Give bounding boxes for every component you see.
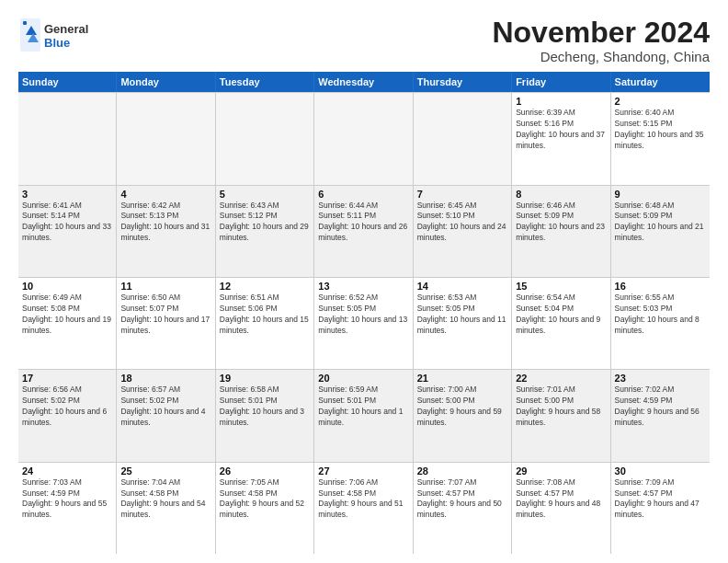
- svg-text:General: General: [44, 22, 88, 36]
- week-row-4: 17 Sunrise: 6:56 AM Sunset: 5:02 PM Dayl…: [18, 369, 710, 461]
- header-sunday: Sunday: [18, 72, 117, 92]
- svg-text:Blue: Blue: [44, 36, 70, 50]
- day-number: 2: [615, 96, 706, 107]
- day-info: Sunrise: 7:02 AM Sunset: 4:59 PM Dayligh…: [615, 385, 706, 429]
- day-number: 9: [615, 189, 706, 200]
- day-number: 7: [417, 189, 507, 200]
- day-cell-1: 1 Sunrise: 6:39 AM Sunset: 5:16 PM Dayli…: [512, 93, 610, 184]
- day-info: Sunrise: 7:08 AM Sunset: 4:57 PM Dayligh…: [516, 477, 606, 522]
- day-cell-15: 15 Sunrise: 6:54 AM Sunset: 5:04 PM Dayl…: [512, 278, 610, 369]
- week-row-3: 10 Sunrise: 6:49 AM Sunset: 5:08 PM Dayl…: [18, 277, 710, 369]
- day-number: 28: [417, 465, 507, 477]
- day-cell-empty: [216, 93, 314, 184]
- day-number: 4: [120, 189, 210, 200]
- day-number: 27: [318, 465, 408, 477]
- week-row-1: 1 Sunrise: 6:39 AM Sunset: 5:16 PM Dayli…: [18, 92, 710, 184]
- day-cell-empty: [414, 93, 512, 184]
- day-number: 26: [220, 465, 310, 477]
- day-number: 12: [220, 281, 310, 292]
- day-info: Sunrise: 6:44 AM Sunset: 5:11 PM Dayligh…: [318, 201, 408, 245]
- day-number: 25: [120, 465, 210, 477]
- day-number: 16: [615, 281, 706, 292]
- title-block: November 2024 Decheng, Shandong, China: [492, 17, 710, 64]
- day-info: Sunrise: 7:00 AM Sunset: 5:00 PM Dayligh…: [417, 385, 507, 429]
- calendar-header: Sunday Monday Tuesday Wednesday Thursday…: [18, 72, 710, 92]
- week-row-2: 3 Sunrise: 6:41 AM Sunset: 5:14 PM Dayli…: [18, 185, 710, 277]
- day-number: 15: [516, 281, 606, 292]
- day-cell-19: 19 Sunrise: 6:58 AM Sunset: 5:01 PM Dayl…: [216, 370, 314, 461]
- day-info: Sunrise: 6:43 AM Sunset: 5:12 PM Dayligh…: [220, 201, 310, 245]
- day-number: 30: [615, 465, 706, 477]
- header-monday: Monday: [117, 72, 215, 92]
- day-cell-22: 22 Sunrise: 7:01 AM Sunset: 5:00 PM Dayl…: [512, 370, 610, 461]
- header-saturday: Saturday: [611, 72, 710, 92]
- day-number: 22: [516, 373, 606, 384]
- day-info: Sunrise: 7:03 AM Sunset: 4:59 PM Dayligh…: [22, 477, 112, 522]
- day-cell-8: 8 Sunrise: 6:46 AM Sunset: 5:09 PM Dayli…: [512, 186, 610, 277]
- day-cell-21: 21 Sunrise: 7:00 AM Sunset: 5:00 PM Dayl…: [414, 370, 512, 461]
- day-number: 13: [318, 281, 408, 292]
- day-cell-18: 18 Sunrise: 6:57 AM Sunset: 5:02 PM Dayl…: [117, 370, 215, 461]
- day-info: Sunrise: 6:54 AM Sunset: 5:04 PM Dayligh…: [516, 293, 606, 337]
- day-info: Sunrise: 6:41 AM Sunset: 5:14 PM Dayligh…: [22, 201, 112, 245]
- month-title: November 2024: [492, 17, 710, 49]
- day-info: Sunrise: 6:52 AM Sunset: 5:05 PM Dayligh…: [318, 293, 408, 337]
- day-cell-27: 27 Sunrise: 7:06 AM Sunset: 4:58 PM Dayl…: [314, 463, 413, 554]
- day-info: Sunrise: 7:05 AM Sunset: 4:58 PM Dayligh…: [220, 477, 310, 522]
- day-cell-25: 25 Sunrise: 7:04 AM Sunset: 4:58 PM Dayl…: [117, 463, 215, 554]
- day-info: Sunrise: 6:58 AM Sunset: 5:01 PM Dayligh…: [220, 385, 310, 429]
- day-info: Sunrise: 6:49 AM Sunset: 5:08 PM Dayligh…: [22, 293, 112, 337]
- day-number: 8: [516, 189, 606, 200]
- day-number: 24: [22, 465, 112, 477]
- header-friday: Friday: [512, 72, 610, 92]
- day-number: 19: [220, 373, 310, 384]
- logo: General Blue: [18, 17, 101, 53]
- day-number: 23: [615, 373, 706, 384]
- day-info: Sunrise: 7:01 AM Sunset: 5:00 PM Dayligh…: [516, 385, 606, 429]
- svg-rect-5: [23, 21, 27, 25]
- day-cell-13: 13 Sunrise: 6:52 AM Sunset: 5:05 PM Dayl…: [314, 278, 413, 369]
- day-cell-empty: [314, 93, 413, 184]
- day-cell-14: 14 Sunrise: 6:53 AM Sunset: 5:05 PM Dayl…: [414, 278, 512, 369]
- day-info: Sunrise: 7:06 AM Sunset: 4:58 PM Dayligh…: [318, 477, 408, 522]
- day-cell-17: 17 Sunrise: 6:56 AM Sunset: 5:02 PM Dayl…: [18, 370, 117, 461]
- day-cell-29: 29 Sunrise: 7:08 AM Sunset: 4:57 PM Dayl…: [512, 463, 610, 554]
- day-number: 1: [516, 96, 606, 107]
- day-cell-11: 11 Sunrise: 6:50 AM Sunset: 5:07 PM Dayl…: [117, 278, 215, 369]
- location: Decheng, Shandong, China: [492, 49, 710, 64]
- header-thursday: Thursday: [414, 72, 512, 92]
- day-cell-26: 26 Sunrise: 7:05 AM Sunset: 4:58 PM Dayl…: [216, 463, 314, 554]
- day-cell-16: 16 Sunrise: 6:55 AM Sunset: 5:03 PM Dayl…: [611, 278, 710, 369]
- day-info: Sunrise: 6:59 AM Sunset: 5:01 PM Dayligh…: [318, 385, 408, 429]
- day-cell-7: 7 Sunrise: 6:45 AM Sunset: 5:10 PM Dayli…: [414, 186, 512, 277]
- day-cell-28: 28 Sunrise: 7:07 AM Sunset: 4:57 PM Dayl…: [414, 463, 512, 554]
- day-info: Sunrise: 7:04 AM Sunset: 4:58 PM Dayligh…: [120, 477, 210, 522]
- calendar: Sunday Monday Tuesday Wednesday Thursday…: [18, 72, 710, 554]
- day-cell-5: 5 Sunrise: 6:43 AM Sunset: 5:12 PM Dayli…: [216, 186, 314, 277]
- day-info: Sunrise: 6:56 AM Sunset: 5:02 PM Dayligh…: [22, 385, 112, 429]
- day-number: 21: [417, 373, 507, 384]
- day-number: 10: [22, 281, 112, 292]
- day-number: 29: [516, 465, 606, 477]
- day-cell-30: 30 Sunrise: 7:09 AM Sunset: 4:57 PM Dayl…: [611, 463, 710, 554]
- day-info: Sunrise: 7:09 AM Sunset: 4:57 PM Dayligh…: [615, 477, 706, 522]
- header: General Blue November 2024 Decheng, Shan…: [18, 17, 710, 64]
- day-cell-9: 9 Sunrise: 6:48 AM Sunset: 5:09 PM Dayli…: [611, 186, 710, 277]
- page: General Blue November 2024 Decheng, Shan…: [0, 0, 728, 563]
- day-number: 5: [220, 189, 310, 200]
- day-number: 11: [120, 281, 210, 292]
- day-info: Sunrise: 6:42 AM Sunset: 5:13 PM Dayligh…: [120, 201, 210, 245]
- day-cell-12: 12 Sunrise: 6:51 AM Sunset: 5:06 PM Dayl…: [216, 278, 314, 369]
- day-cell-4: 4 Sunrise: 6:42 AM Sunset: 5:13 PM Dayli…: [117, 186, 215, 277]
- day-cell-empty: [117, 93, 215, 184]
- day-info: Sunrise: 7:07 AM Sunset: 4:57 PM Dayligh…: [417, 477, 507, 522]
- header-tuesday: Tuesday: [216, 72, 314, 92]
- day-cell-6: 6 Sunrise: 6:44 AM Sunset: 5:11 PM Dayli…: [314, 186, 413, 277]
- day-cell-23: 23 Sunrise: 7:02 AM Sunset: 4:59 PM Dayl…: [611, 370, 710, 461]
- day-cell-3: 3 Sunrise: 6:41 AM Sunset: 5:14 PM Dayli…: [18, 186, 117, 277]
- header-wednesday: Wednesday: [314, 72, 413, 92]
- day-info: Sunrise: 6:40 AM Sunset: 5:15 PM Dayligh…: [615, 108, 706, 152]
- day-info: Sunrise: 6:50 AM Sunset: 5:07 PM Dayligh…: [120, 293, 210, 337]
- day-info: Sunrise: 6:55 AM Sunset: 5:03 PM Dayligh…: [615, 293, 706, 337]
- day-cell-10: 10 Sunrise: 6:49 AM Sunset: 5:08 PM Dayl…: [18, 278, 117, 369]
